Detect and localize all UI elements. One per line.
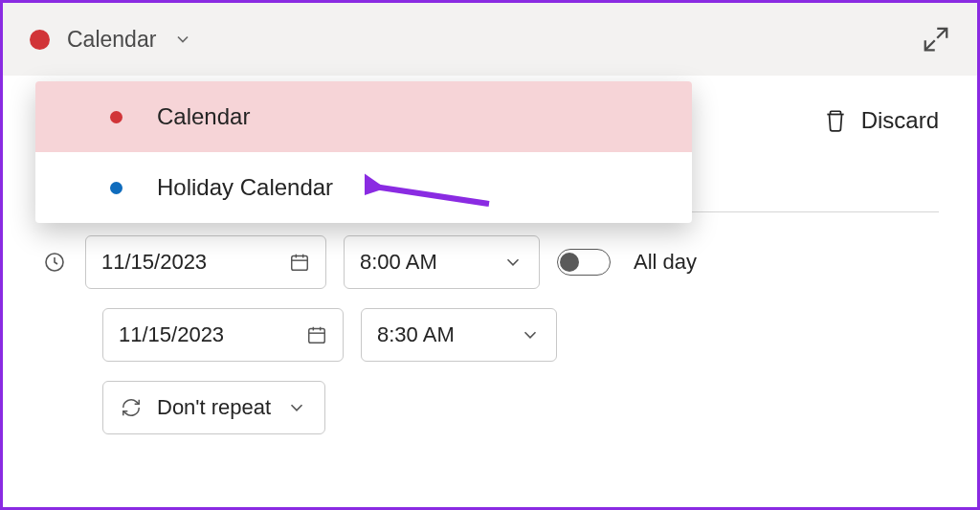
svg-line-1	[925, 40, 935, 50]
all-day-label: All day	[634, 250, 697, 275]
calendar-icon	[289, 252, 310, 273]
start-date-field[interactable]: 11/15/2023	[85, 235, 326, 289]
end-date-value: 11/15/2023	[119, 322, 224, 347]
discard-label: Discard	[861, 107, 939, 134]
repeat-selector[interactable]: Don't repeat	[102, 381, 325, 434]
start-time-value: 8:00 AM	[360, 250, 437, 275]
chevron-down-icon	[502, 252, 523, 273]
toggle-knob	[560, 253, 579, 272]
calendar-color-dot	[110, 111, 122, 123]
repeat-icon	[121, 397, 142, 418]
start-date-value: 11/15/2023	[101, 250, 207, 275]
chevron-down-icon	[173, 30, 192, 49]
dropdown-item-holiday-calendar[interactable]: Holiday Calendar	[35, 152, 692, 223]
svg-line-0	[937, 29, 947, 38]
calendar-dropdown: Calendar Holiday Calendar	[35, 81, 692, 223]
all-day-toggle[interactable]	[557, 249, 611, 276]
expand-icon[interactable]	[922, 25, 950, 54]
end-date-field[interactable]: 11/15/2023	[102, 308, 344, 362]
event-editor-window: Calendar Discard ⇄+↻	[0, 0, 980, 510]
end-time-field[interactable]: 8:30 AM	[361, 308, 557, 362]
dropdown-item-calendar[interactable]: Calendar	[35, 81, 692, 152]
end-time-value: 8:30 AM	[377, 322, 455, 347]
header-bar: Calendar	[3, 3, 977, 76]
svg-rect-3	[292, 256, 308, 271]
repeat-label: Don't repeat	[157, 395, 271, 420]
clock-icon	[41, 251, 68, 274]
calendar-color-dot	[110, 182, 122, 194]
start-time-field[interactable]: 8:00 AM	[344, 235, 540, 289]
dropdown-item-label: Holiday Calendar	[157, 174, 333, 201]
svg-rect-7	[309, 329, 325, 344]
discard-button[interactable]: Discard	[823, 107, 939, 134]
calendar-selector-label: Calendar	[67, 27, 156, 53]
dropdown-item-label: Calendar	[157, 103, 250, 130]
chevron-down-icon	[520, 324, 541, 345]
chevron-down-icon	[286, 397, 307, 418]
trash-icon	[823, 108, 848, 133]
calendar-icon	[306, 324, 327, 345]
calendar-selector[interactable]: Calendar	[30, 27, 192, 53]
calendar-color-dot	[30, 30, 50, 50]
